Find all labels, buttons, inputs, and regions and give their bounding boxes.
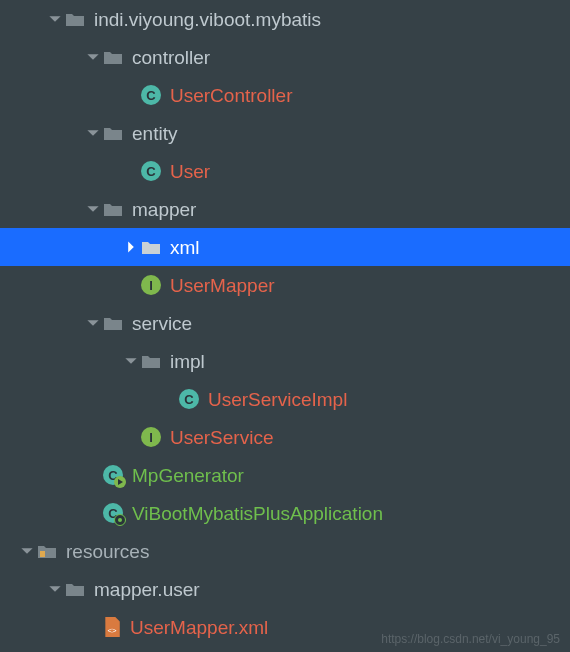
resources-folder-icon (36, 540, 58, 562)
runnable-class-icon: C (102, 464, 124, 486)
svg-rect-1 (40, 551, 45, 557)
tree-node-root-package[interactable]: indi.viyoung.viboot.mybatis (0, 0, 570, 38)
tree-node-usermapper[interactable]: I UserMapper (0, 266, 570, 304)
package-folder-icon (102, 46, 124, 68)
package-folder-icon (102, 198, 124, 220)
interface-icon: I (140, 274, 162, 296)
tree-node-mpgenerator[interactable]: C MpGenerator (0, 456, 570, 494)
watermark: https://blog.csdn.net/vi_young_95 (381, 632, 560, 646)
chevron-down-icon[interactable] (46, 10, 64, 28)
chevron-down-icon[interactable] (18, 542, 36, 560)
tree-node-label: UserMapper.xml (130, 618, 268, 637)
tree-node-label: mapper (132, 200, 196, 219)
tree-node-mapper-user[interactable]: mapper.user (0, 570, 570, 608)
tree-node-label: service (132, 314, 192, 333)
class-icon: C (140, 84, 162, 106)
package-folder-icon (140, 350, 162, 372)
folder-icon (64, 578, 86, 600)
interface-icon: I (140, 426, 162, 448)
tree-node-usercontroller[interactable]: C UserController (0, 76, 570, 114)
tree-node-label: UserServiceImpl (208, 390, 347, 409)
tree-node-label: xml (170, 238, 200, 257)
tree-node-application[interactable]: C ViBootMybatisPlusApplication (0, 494, 570, 532)
class-icon: C (140, 160, 162, 182)
tree-node-impl[interactable]: impl (0, 342, 570, 380)
xml-file-icon: <> (102, 617, 122, 637)
tree-node-label: ViBootMybatisPlusApplication (132, 504, 383, 523)
tree-node-xml[interactable]: xml (0, 228, 570, 266)
svg-text:<>: <> (107, 626, 117, 635)
tree-node-service[interactable]: service (0, 304, 570, 342)
tree-node-label: UserMapper (170, 276, 275, 295)
tree-node-user[interactable]: C User (0, 152, 570, 190)
tree-node-resources[interactable]: resources (0, 532, 570, 570)
package-folder-icon (102, 312, 124, 334)
tree-node-label: resources (66, 542, 149, 561)
spring-boot-class-icon: C (102, 502, 124, 524)
tree-node-label: impl (170, 352, 205, 371)
chevron-down-icon[interactable] (84, 200, 102, 218)
tree-node-userserviceimpl[interactable]: C UserServiceImpl (0, 380, 570, 418)
tree-node-mapper[interactable]: mapper (0, 190, 570, 228)
chevron-down-icon[interactable] (84, 48, 102, 66)
package-folder-icon (64, 8, 86, 30)
tree-node-label: mapper.user (94, 580, 200, 599)
chevron-down-icon[interactable] (84, 124, 102, 142)
tree-node-label: indi.viyoung.viboot.mybatis (94, 10, 321, 29)
tree-node-label: User (170, 162, 210, 181)
chevron-down-icon[interactable] (46, 580, 64, 598)
class-icon: C (178, 388, 200, 410)
tree-node-label: MpGenerator (132, 466, 244, 485)
tree-node-userservice[interactable]: I UserService (0, 418, 570, 456)
tree-node-entity[interactable]: entity (0, 114, 570, 152)
tree-node-label: controller (132, 48, 210, 67)
chevron-right-icon[interactable] (122, 238, 140, 256)
tree-node-label: UserService (170, 428, 273, 447)
package-folder-icon (102, 122, 124, 144)
tree-node-label: UserController (170, 86, 292, 105)
chevron-down-icon[interactable] (122, 352, 140, 370)
svg-point-0 (118, 518, 122, 522)
package-folder-icon (140, 236, 162, 258)
chevron-down-icon[interactable] (84, 314, 102, 332)
tree-node-label: entity (132, 124, 177, 143)
tree-node-controller[interactable]: controller (0, 38, 570, 76)
